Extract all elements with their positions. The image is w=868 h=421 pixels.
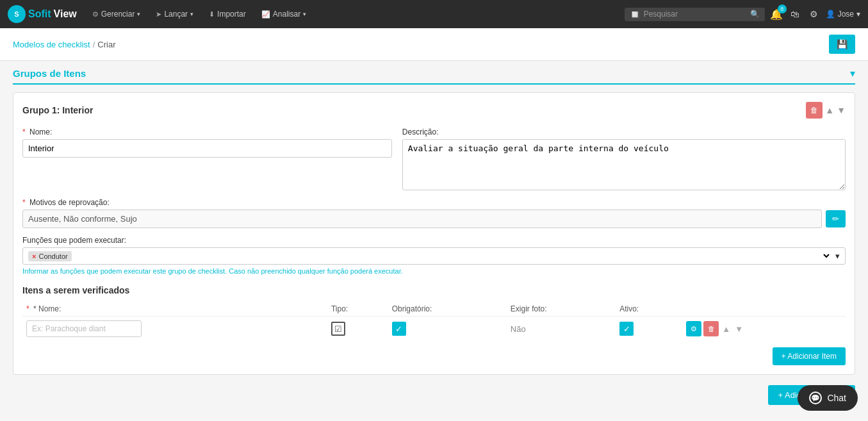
breadcrumb-bar: Modelos de checklist / Criar 💾: [0, 28, 868, 61]
name-input[interactable]: [22, 139, 392, 158]
nav-lancar[interactable]: ➤ Lançar ▾: [149, 0, 200, 28]
itens-table: * * Nome: Tipo: Obrigatório: Exigir foto…: [22, 302, 846, 341]
add-group-area: + Adicionar Grupo: [13, 385, 855, 405]
motivos-edit-button[interactable]: ✏: [826, 210, 846, 227]
desc-label: Descrição:: [402, 128, 846, 136]
notification-badge: 8: [778, 4, 787, 13]
topnav: S Sofit View ⚙ Gerenciar ▾ ➤ Lançar ▾ ⬇ …: [0, 0, 868, 28]
table-row: ☑ ✓ Não ✓ ⚙: [22, 317, 846, 342]
item-move-up-button[interactable]: ▲: [721, 324, 732, 334]
th-ativo: Ativo:: [616, 302, 682, 317]
group-actions: 🗑 ▲ ▼: [806, 102, 846, 119]
item-tipo-checkbox[interactable]: ☑: [331, 322, 345, 336]
motivos-row: ✏: [22, 210, 846, 228]
nav-gerenciar[interactable]: ⚙ Gerenciar ▾: [86, 0, 147, 28]
breadcrumb-separator: /: [93, 40, 95, 49]
search-submit-button[interactable]: 🔍: [750, 10, 760, 19]
funcoes-select[interactable]: [76, 251, 831, 261]
main-content: Grupos de Itens ▾ Grupo 1: Interior 🗑 ▲ …: [0, 61, 868, 418]
th-exigir-foto: Exigir foto:: [507, 302, 616, 317]
bag-icon[interactable]: 🛍: [788, 9, 802, 19]
name-required-star: *: [22, 128, 26, 136]
save-button[interactable]: 💾: [829, 35, 855, 54]
item-name-input[interactable]: [26, 320, 142, 337]
group-card: Grupo 1: Interior 🗑 ▲ ▼ * Nome: Descriçã…: [13, 92, 855, 375]
condutor-tag-label: Condutor: [38, 252, 67, 260]
item-actions: ⚙ 🗑 ▲ ▼: [686, 321, 842, 336]
item-name-cell: [22, 317, 327, 342]
group-title: Grupo 1: Interior: [22, 105, 93, 115]
item-obrigatorio-cell: ✓: [388, 317, 507, 342]
group-header: Grupo 1: Interior 🗑 ▲ ▼: [22, 102, 846, 119]
motivos-label: * Motivos de reprovação:: [22, 198, 846, 207]
section-header: Grupos de Itens ▾: [13, 67, 855, 85]
funcoes-hint: Informar as funções que podem executar e…: [22, 267, 846, 275]
search-input[interactable]: [644, 10, 746, 19]
th-obrigatorio: Obrigatório:: [388, 302, 507, 317]
item-settings-button[interactable]: ⚙: [686, 321, 701, 336]
logo-sofit: Sofit: [28, 8, 51, 20]
lancar-icon: ➤: [156, 10, 161, 19]
th-tipo: Tipo:: [327, 302, 388, 317]
lancar-caret: ▾: [190, 11, 193, 17]
condutor-tag-remove[interactable]: ×: [32, 252, 36, 260]
motivos-group: * Motivos de reprovação: ✏: [22, 198, 846, 228]
user-caret: ▾: [856, 10, 860, 19]
item-actions-cell: ⚙ 🗑 ▲ ▼: [682, 317, 846, 342]
settings-icon[interactable]: ⚙: [807, 9, 821, 19]
name-desc-row: * Nome: Descrição: Avaliar a situação ge…: [22, 128, 846, 190]
search-box-icon: 🔲: [630, 10, 640, 19]
item-move-down-button[interactable]: ▼: [733, 324, 744, 334]
funcoes-label: Funções que podem executar:: [22, 236, 846, 245]
nav-importar[interactable]: ⬇ Importar: [202, 0, 252, 28]
logo: S Sofit View: [8, 5, 77, 23]
condutor-tag: × Condutor: [28, 251, 72, 261]
search-box: 🔲 🔍: [625, 8, 765, 21]
section-collapse-button[interactable]: ▾: [850, 67, 855, 79]
analisar-icon: 📈: [261, 10, 270, 19]
th-nome: * * Nome:: [22, 302, 327, 317]
group-delete-button[interactable]: 🗑: [806, 102, 823, 119]
logo-view: View: [54, 8, 77, 20]
item-obrigatorio-checkbox[interactable]: ✓: [392, 322, 406, 336]
itens-title: Itens a serem verificados: [22, 285, 846, 295]
analisar-caret: ▾: [303, 11, 306, 17]
item-tipo-cell: ☑: [327, 317, 388, 342]
item-exigir-foto-cell: Não: [507, 317, 616, 342]
user-icon: 👤: [826, 10, 835, 19]
funcoes-select-wrap[interactable]: × Condutor ▾: [22, 247, 846, 265]
gerenciar-caret: ▾: [137, 11, 140, 17]
add-item-area: + Adicionar Item: [22, 341, 846, 365]
gerenciar-icon: ⚙: [92, 10, 99, 19]
notification-bell[interactable]: 🔔 8: [770, 8, 783, 21]
item-ativo-checkbox[interactable]: ✓: [619, 322, 634, 336]
item-delete-button[interactable]: 🗑: [703, 321, 719, 336]
importar-icon: ⬇: [209, 10, 215, 19]
motivos-input[interactable]: [22, 210, 822, 228]
th-actions: [682, 302, 846, 317]
desc-textarea[interactable]: Avaliar a situação geral da parte intern…: [402, 139, 846, 190]
add-item-button[interactable]: + Adicionar Item: [773, 347, 846, 365]
topnav-right: 🔲 🔍 🔔 8 🛍 ⚙ 👤 Jose ▾: [625, 8, 860, 21]
section-title: Grupos de Itens: [13, 68, 86, 79]
item-exigir-foto-value: Não: [511, 324, 526, 334]
user-menu[interactable]: 👤 Jose ▾: [826, 10, 860, 19]
breadcrumb-link[interactable]: Modelos de checklist: [13, 40, 90, 49]
motivos-required-star: *: [22, 198, 26, 207]
funcoes-section: Funções que podem executar: × Condutor ▾…: [22, 236, 846, 275]
chat-bubble-icon: 💬: [809, 392, 822, 404]
breadcrumb-current: Criar: [97, 40, 115, 49]
item-ativo-cell: ✓: [616, 317, 682, 342]
desc-field-group: Descrição: Avaliar a situação geral da p…: [402, 128, 846, 190]
chat-label: Chat: [827, 393, 846, 403]
name-label: * Nome:: [22, 128, 392, 136]
logo-icon: S: [8, 5, 26, 23]
name-field-group: * Nome:: [22, 128, 392, 190]
itens-section: Itens a serem verificados * * Nome: Tipo…: [22, 285, 846, 365]
breadcrumb: Modelos de checklist / Criar: [13, 40, 115, 49]
nav-analisar[interactable]: 📈 Analisar ▾: [255, 0, 313, 28]
user-name: Jose: [838, 10, 854, 19]
group-move-up-button[interactable]: ▲: [825, 105, 834, 115]
group-move-down-button[interactable]: ▼: [837, 105, 846, 115]
chat-button[interactable]: 💬 Chat: [798, 385, 858, 411]
